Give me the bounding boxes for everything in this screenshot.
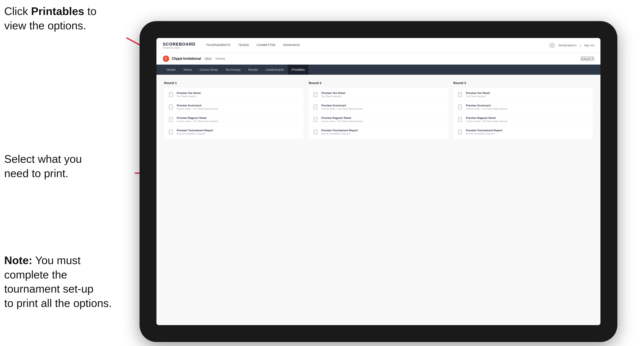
scoreboard-logo: SCOREBOARD Powered by clippd — [163, 42, 195, 49]
tab-course-setup[interactable]: Course Setup — [196, 65, 222, 75]
round-1-report-text: Preview Tournament Report Round Completi… — [177, 129, 213, 135]
user-email: blair@clippd.io — [558, 44, 576, 47]
round-1-tee-sheet-label: Preview Tee Sheet — [177, 91, 201, 95]
round-2-column: Round 2 Preview Tee Sheet Tee Sheet requ… — [309, 81, 448, 139]
round-1-raguzzi-label: Preview Raguzzi Sheet — [177, 116, 218, 120]
tournament-logo: C — [163, 55, 169, 62]
round-2-card: Preview Tee Sheet Tee Sheet required Pre… — [309, 88, 448, 139]
round-2-tee-sheet-sub: Tee Sheet required — [321, 95, 345, 98]
svg-rect-16 — [169, 130, 172, 134]
nav-committee[interactable]: COMMITTEE — [257, 43, 276, 47]
separator: | — [580, 44, 580, 47]
round-3-tee-sheet-label: Preview Tee Sheet — [466, 91, 490, 95]
round-3-tee-sheet-sub: Tee Sheet required — [466, 95, 490, 98]
round-3-tee-sheet[interactable]: Preview Tee Sheet Tee Sheet required — [458, 91, 588, 98]
round-1-raguzzi-text: Preview Raguzzi Sheet Course setup + Tee… — [177, 116, 218, 122]
round-1-report-sub: Round Completion required — [177, 132, 213, 135]
round-2-tee-sheet[interactable]: Preview Tee Sheet Tee Sheet required — [313, 91, 444, 98]
nav-left: SCOREBOARD Powered by clippd TOURNAMENTS… — [163, 42, 300, 49]
round-1-title: Round 1 — [164, 81, 304, 85]
round-3-tournament-report[interactable]: Preview Tournament Report Round Completi… — [458, 129, 588, 135]
tournament-left: C Clippd Invitational (Men) Hosting — [163, 55, 225, 62]
round-2-tee-sheet-label: Preview Tee Sheet — [321, 91, 345, 95]
round-2-scorecard-sub: Course setup + Tee Sheet data required — [321, 107, 362, 110]
tab-details[interactable]: Details — [163, 65, 180, 75]
round-3-report-label: Preview Tournament Report — [466, 129, 502, 132]
avatar — [549, 42, 555, 48]
round-3-raguzzi[interactable]: Preview Raguzzi Sheet Course setup + Tee… — [458, 116, 588, 123]
divider — [164, 113, 304, 113]
tee-sheet-icon-2 — [313, 92, 319, 98]
cancel-button[interactable]: Cancel ✕ — [581, 57, 594, 61]
round-2-report-sub: Round Completion required — [321, 132, 358, 135]
svg-rect-40 — [458, 105, 462, 109]
svg-rect-44 — [458, 117, 462, 122]
top-nav: SCOREBOARD Powered by clippd TOURNAMENTS… — [156, 38, 600, 53]
report-icon-2 — [313, 129, 319, 135]
round-2-raguzzi[interactable]: Preview Raguzzi Sheet Course setup + Tee… — [313, 116, 444, 123]
tab-printables[interactable]: Printables — [288, 65, 308, 75]
nav-right: blair@clippd.io | Sign out — [549, 42, 594, 48]
tournament-status: Hosting — [216, 57, 225, 60]
round-1-tee-sheet[interactable]: Preview Tee Sheet Tee Sheet required — [168, 91, 300, 98]
raguzzi-icon-2 — [313, 117, 319, 123]
round-1-raguzzi[interactable]: Preview Raguzzi Sheet Course setup + Tee… — [168, 116, 300, 123]
svg-rect-12 — [169, 117, 172, 122]
round-3-card: Preview Tee Sheet Tee Sheet required Pre… — [453, 88, 593, 139]
round-1-card: Preview Tee Sheet Tee Sheet required — [164, 88, 304, 139]
tee-sheet-icon-3 — [458, 92, 464, 98]
svg-rect-20 — [314, 92, 317, 97]
main-content: Round 1 — [156, 75, 600, 325]
round-1-scorecard-text: Preview Scorecard Course setup + Tee She… — [177, 104, 218, 110]
round-1-column: Round 1 — [164, 81, 304, 139]
tee-sheet-icon — [168, 92, 174, 98]
nav-tournaments[interactable]: TOURNAMENTS — [206, 43, 230, 47]
note-bold: Note: — [4, 254, 32, 266]
scoreboard-sub: Powered by clippd — [163, 47, 195, 49]
tab-leaderboards[interactable]: Leaderboards — [262, 65, 288, 75]
tab-results[interactable]: Results — [244, 65, 262, 75]
scorecard-icon-2 — [313, 104, 319, 110]
round-3-title: Round 3 — [453, 81, 593, 85]
round-2-scorecard-label: Preview Scorecard — [321, 104, 362, 107]
round-1-tournament-report[interactable]: Preview Tournament Report Round Completi… — [168, 129, 300, 135]
round-1-scorecard-label: Preview Scorecard — [177, 104, 218, 107]
round-3-raguzzi-sub: Course setup + Tee Sheet data required — [466, 120, 507, 122]
sign-out-link[interactable]: Sign out — [584, 44, 594, 47]
rounds-grid: Round 1 — [164, 81, 593, 139]
divider — [164, 101, 304, 101]
tab-teams[interactable]: Teams — [180, 65, 196, 75]
tab-tee-groups[interactable]: Tee Groups — [222, 65, 244, 75]
svg-rect-28 — [314, 117, 317, 122]
round-3-raguzzi-label: Preview Raguzzi Sheet — [466, 116, 507, 120]
round-1-scorecard-sub: Course setup + Tee Sheet data required — [177, 107, 218, 110]
nav-rankings[interactable]: RANKINGS — [283, 43, 300, 47]
scorecard-icon-3 — [458, 104, 464, 110]
scorecard-icon — [168, 104, 174, 110]
round-1-scorecard[interactable]: Preview Scorecard Course setup + Tee She… — [168, 104, 300, 110]
instruction-bottom: Note: You mustcomplete thetournament set… — [4, 253, 112, 310]
round-2-tournament-report[interactable]: Preview Tournament Report Round Completi… — [313, 129, 444, 135]
round-3-report-sub: Round Completion required — [466, 132, 502, 135]
round-3-scorecard-sub: Course setup + Tee Sheet data required — [466, 107, 507, 110]
instruction-top: Click Printables toview the options. — [4, 4, 96, 33]
divider — [164, 126, 304, 126]
round-2-title: Round 2 — [309, 81, 448, 85]
svg-rect-4 — [169, 92, 172, 97]
divider — [309, 113, 448, 113]
svg-rect-48 — [458, 130, 462, 134]
scoreboard-title: SCOREBOARD — [163, 42, 195, 47]
nav-teams[interactable]: TEAMS — [238, 43, 249, 47]
round-3-scorecard[interactable]: Preview Scorecard Course setup + Tee She… — [458, 104, 588, 110]
svg-rect-24 — [314, 105, 317, 109]
round-2-raguzzi-sub: Course setup + Tee Sheet data required — [321, 120, 362, 122]
raguzzi-icon — [168, 117, 174, 123]
nav-links: TOURNAMENTS TEAMS COMMITTEE RANKINGS — [206, 43, 300, 47]
raguzzi-icon-3 — [458, 117, 464, 123]
round-2-scorecard[interactable]: Preview Scorecard Course setup + Tee She… — [313, 104, 444, 110]
report-icon-3 — [458, 129, 464, 135]
round-2-raguzzi-label: Preview Raguzzi Sheet — [321, 116, 362, 120]
tournament-type: (Men) — [204, 57, 213, 60]
round-3-column: Round 3 Preview Tee Sheet Tee Sheet requ… — [453, 81, 593, 139]
svg-rect-32 — [314, 130, 317, 134]
